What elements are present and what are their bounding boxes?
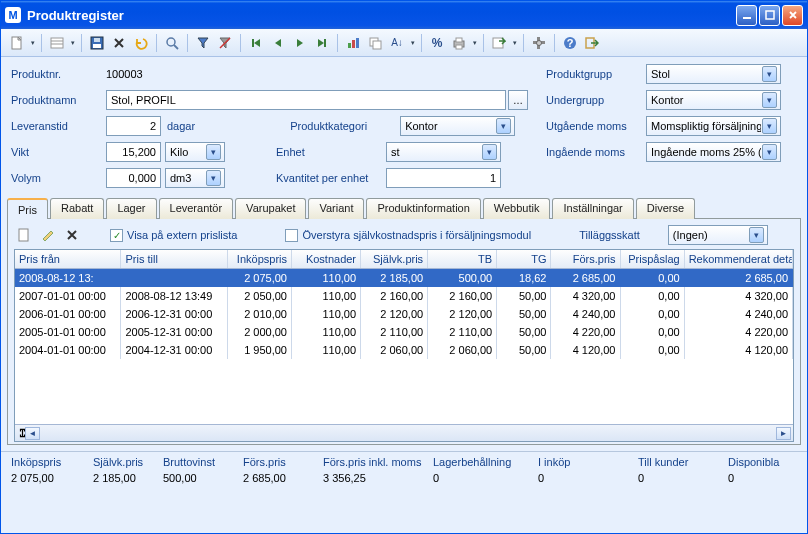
column-header[interactable]: Rekommenderat deta [685,250,793,268]
print-icon[interactable] [449,33,469,53]
column-header[interactable]: TB [428,250,497,268]
vikt-label: Vikt [11,146,106,158]
table-cell: 4 120,00 [551,341,620,359]
chart-icon[interactable] [343,33,363,53]
produktgrupp-label: Produktgrupp [546,68,646,80]
volym-input[interactable] [106,168,161,188]
table-cell: 2 110,00 [428,323,497,341]
produktnr-value: 100003 [106,68,166,80]
column-header[interactable]: Inköpspris [228,250,292,268]
chevron-down-icon [482,144,497,160]
table-row[interactable]: 2008-08-12 13:2 075,00110,002 185,00500,… [15,269,793,287]
settings-icon[interactable] [529,33,549,53]
produktnamn-input[interactable] [106,90,506,110]
exit-icon[interactable] [582,33,602,53]
vikt-unit-combo[interactable]: Kilo [165,142,225,162]
visa-extern-checkbox[interactable]: ✓ Visa på extern prislista [110,229,237,242]
table-cell: 2 685,00 [551,269,620,287]
first-icon[interactable] [246,33,266,53]
delete-icon[interactable] [109,33,129,53]
table-cell: 2006-12-31 00:00 [121,305,227,323]
column-header[interactable]: Prispåslag [621,250,685,268]
column-header[interactable]: Självk.pris [361,250,428,268]
maximize-button[interactable] [759,5,780,26]
print-dropdown-icon[interactable]: ▾ [471,39,478,47]
prev-icon[interactable] [268,33,288,53]
tab-rabatt[interactable]: Rabatt [50,198,104,219]
undergrupp-combo[interactable]: Kontor [646,90,781,110]
tab-variant[interactable]: Variant [308,198,364,219]
produktgrupp-value: Stol [651,68,670,80]
table-cell: 2005-12-31 00:00 [121,323,227,341]
tab-pris[interactable]: Pris [7,198,48,219]
percent-icon[interactable]: % [427,33,447,53]
tab-diverse[interactable]: Diverse [636,198,695,219]
minimize-button[interactable] [736,5,757,26]
panel-delete-icon[interactable] [62,225,82,245]
table-row[interactable]: 2007-01-01 00:002008-08-12 13:492 050,00… [15,287,793,305]
new-icon[interactable] [7,33,27,53]
column-header[interactable]: Pris från [15,250,121,268]
copy-icon[interactable] [365,33,385,53]
svg-rect-15 [352,40,355,48]
overstyra-checkbox[interactable]: Överstyra självkostnadspris i försäljnin… [285,229,531,242]
next-icon[interactable] [290,33,310,53]
tab-lager[interactable]: Lager [106,198,156,219]
utg-moms-combo[interactable]: Momspliktig försäljning 2 [646,116,781,136]
table-cell: 500,00 [428,269,497,287]
sort-icon[interactable]: A↓ [387,33,407,53]
status-value: 0 [728,472,808,484]
enhet-combo[interactable]: st [386,142,501,162]
help-icon[interactable]: ? [560,33,580,53]
column-header[interactable]: Förs.pris [551,250,620,268]
produktkategori-combo[interactable]: Kontor [400,116,515,136]
table-row[interactable]: 2006-01-01 00:002006-12-31 00:002 010,00… [15,305,793,323]
filter-icon[interactable] [193,33,213,53]
save-icon[interactable] [87,33,107,53]
tab-webbutik[interactable]: Webbutik [483,198,551,219]
panel-edit-icon[interactable] [38,225,58,245]
filter-off-icon[interactable] [215,33,235,53]
scroll-right-icon[interactable]: ► [776,427,791,440]
go-dropdown-icon[interactable]: ▾ [511,39,518,47]
kvantitet-input[interactable] [386,168,501,188]
tab-produktinformation[interactable]: Produktinformation [366,198,480,219]
column-header[interactable]: Pris till [121,250,227,268]
volym-label: Volym [11,172,106,184]
grid-body[interactable]: 2008-08-12 13:2 075,00110,002 185,00500,… [15,269,793,424]
status-value: 0 [638,472,728,484]
search-icon[interactable] [162,33,182,53]
list-dropdown-icon[interactable]: ▾ [69,39,76,47]
new-dropdown-icon[interactable]: ▾ [29,39,36,47]
table-row[interactable]: 2004-01-01 00:002004-12-31 00:001 950,00… [15,341,793,359]
column-header[interactable]: Kostnader [292,250,361,268]
scroll-left-icon[interactable]: ◄ [25,427,40,440]
tillaggsskatt-label: Tilläggsskatt [579,229,640,241]
vikt-input[interactable] [106,142,161,162]
close-button[interactable] [782,5,803,26]
table-cell: 2 185,00 [361,269,428,287]
utg-moms-value: Momspliktig försäljning 2 [651,120,761,132]
titlebar[interactable]: M Produktregister [1,1,807,29]
produktnamn-lookup-button[interactable]: … [508,90,528,110]
status-label: Disponibla [728,456,808,468]
column-header[interactable]: TG [497,250,551,268]
undo-icon[interactable] [131,33,151,53]
panel-new-icon[interactable] [14,225,34,245]
svg-rect-20 [456,38,462,42]
list-icon[interactable] [47,33,67,53]
ing-moms-combo[interactable]: Ingående moms 25% (3 [646,142,781,162]
produktgrupp-combo[interactable]: Stol [646,64,781,84]
table-row[interactable]: 2005-01-01 00:002005-12-31 00:002 000,00… [15,323,793,341]
tab-varupaket[interactable]: Varupaket [235,198,306,219]
last-icon[interactable] [312,33,332,53]
leveranstid-input[interactable] [106,116,161,136]
volym-unit-combo[interactable]: dm3 [165,168,225,188]
table-cell: 2 685,00 [685,269,793,287]
tab-leverantör[interactable]: Leverantör [159,198,234,219]
tab-inställningar[interactable]: Inställningar [552,198,633,219]
grid-scrollbar[interactable]: Ɪ ◄ ► [15,424,793,441]
tillaggsskatt-combo[interactable]: (Ingen) [668,225,768,245]
go-icon[interactable] [489,33,509,53]
sort-dropdown-icon[interactable]: ▾ [409,39,416,47]
